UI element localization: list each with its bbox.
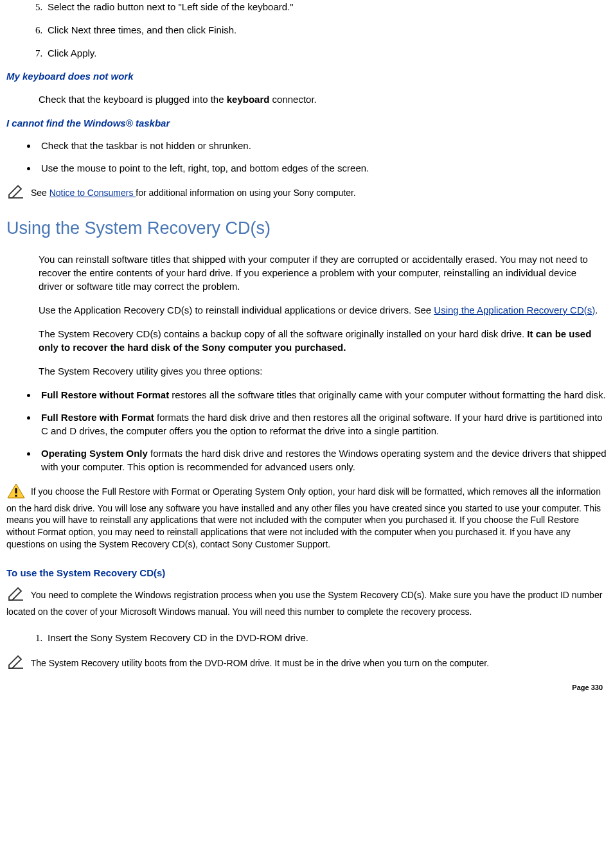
note-registration: You need to complete the Windows registr… bbox=[6, 586, 604, 618]
bold-text: keyboard bbox=[227, 94, 270, 105]
note-boot: The System Recovery utility boots from t… bbox=[6, 654, 604, 674]
note-text: You need to complete the Windows registr… bbox=[6, 590, 602, 617]
note-text: The System Recovery utility boots from t… bbox=[28, 658, 489, 668]
keyboard-heading: My keyboard does not work bbox=[6, 69, 607, 83]
options-list: Full Restore without Format restores all… bbox=[6, 388, 607, 474]
list-item: Click Next three times, and then click F… bbox=[45, 23, 607, 37]
note-consumers: See Notice to Consumers for additional i… bbox=[6, 184, 604, 204]
text: The System Recovery CD(s) contains a bac… bbox=[39, 328, 527, 339]
list-item: Operating System Only formats the hard d… bbox=[37, 447, 607, 474]
list-item: Use the mouse to point to the left, righ… bbox=[37, 161, 607, 175]
bold-text: Operating System Only bbox=[41, 448, 148, 459]
svg-rect-0 bbox=[15, 488, 17, 493]
step-text: Click Next three times, and then click F… bbox=[48, 24, 236, 35]
task-heading: To use the System Recovery CD(s) bbox=[6, 566, 607, 580]
text: connector. bbox=[269, 94, 316, 105]
bold-text: Full Restore with Format bbox=[41, 412, 154, 423]
taskbar-heading: I cannot find the Windows® taskbar bbox=[6, 116, 607, 130]
intro-para-4: The System Recovery utility gives you th… bbox=[39, 364, 603, 378]
text: . bbox=[595, 305, 598, 315]
list-item: Full Restore with Format formats the har… bbox=[37, 411, 607, 438]
pencil-icon bbox=[6, 654, 26, 674]
intro-para-3: The System Recovery CD(s) contains a bac… bbox=[39, 327, 603, 354]
warning-icon bbox=[6, 483, 26, 502]
warning-block: If you choose the Full Restore with Form… bbox=[6, 483, 604, 551]
step-text: Select the radio button next to "Left si… bbox=[48, 1, 294, 12]
intro-para-2: Use the Application Recovery CD(s) to re… bbox=[39, 303, 603, 317]
list-item: Click Apply. bbox=[45, 46, 607, 60]
taskbar-bullets: Check that the taskbar is not hidden or … bbox=[6, 139, 607, 175]
pencil-icon bbox=[6, 586, 26, 606]
page-number: Page 330 bbox=[6, 683, 607, 693]
svg-rect-1 bbox=[15, 495, 17, 497]
text: restores all the software titles that or… bbox=[169, 389, 605, 400]
text: Check that the keyboard is plugged into … bbox=[39, 94, 227, 105]
top-steps-list: Select the radio button next to "Left si… bbox=[6, 0, 607, 60]
text: Use the Application Recovery CD(s) to re… bbox=[39, 305, 434, 315]
text: See bbox=[28, 188, 49, 198]
intro-para-1: You can reinstall software titles that s… bbox=[39, 252, 603, 293]
keyboard-paragraph: Check that the keyboard is plugged into … bbox=[39, 93, 603, 106]
list-item: Select the radio button next to "Left si… bbox=[45, 0, 607, 14]
step-text: Insert the Sony System Recovery CD in th… bbox=[48, 632, 308, 643]
section-heading: Using the System Recovery CD(s) bbox=[6, 217, 607, 241]
text: for additional information on using your… bbox=[136, 188, 355, 198]
step-text: Click Apply. bbox=[48, 48, 96, 58]
list-item: Full Restore without Format restores all… bbox=[37, 388, 607, 402]
list-item: Insert the Sony System Recovery CD in th… bbox=[45, 631, 607, 645]
bold-text: Full Restore without Format bbox=[41, 389, 169, 400]
notice-consumers-link[interactable]: Notice to Consumers bbox=[49, 188, 136, 198]
app-recovery-link[interactable]: Using the Application Recovery CD(s) bbox=[434, 305, 595, 315]
bottom-steps-list: Insert the Sony System Recovery CD in th… bbox=[6, 631, 607, 645]
pencil-icon bbox=[6, 184, 26, 204]
warning-text: If you choose the Full Restore with Form… bbox=[6, 486, 601, 549]
list-item: Check that the taskbar is not hidden or … bbox=[37, 139, 607, 152]
